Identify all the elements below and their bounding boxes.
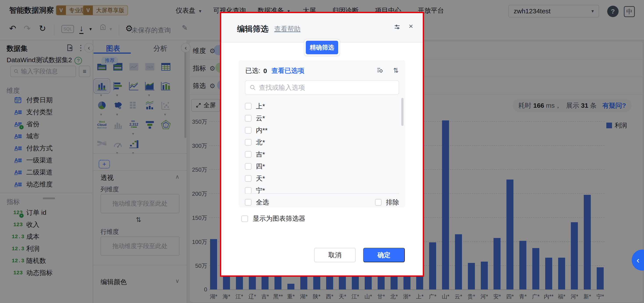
exact-filter-tab[interactable]: 精确筛选 <box>306 41 338 54</box>
option-search-input[interactable] <box>259 84 394 91</box>
option-checkbox[interactable] <box>245 103 252 109</box>
filter-option[interactable]: 云* <box>245 112 265 124</box>
filter-settings-icon[interactable] <box>394 23 401 32</box>
close-icon[interactable]: × <box>409 22 413 30</box>
modal-title: 编辑筛选 <box>237 24 268 34</box>
filter-option[interactable]: 吉* <box>245 148 265 160</box>
exclude-label: 排除 <box>386 198 399 207</box>
chevron-left-icon: ‹ <box>636 255 640 265</box>
filter-option[interactable]: 宁* <box>245 184 265 197</box>
filter-option[interactable]: 北* <box>245 136 265 148</box>
option-checkbox[interactable] <box>245 115 252 121</box>
filter-options-panel: 已选: 0 查看已选项 ⇅ 上*云*内**北*吉*四*天*宁* 全选 排除 <box>239 60 405 207</box>
cancel-button[interactable]: 取消 <box>314 248 356 262</box>
filter-option[interactable]: 内** <box>245 124 268 136</box>
exclude-checkbox[interactable] <box>375 199 382 206</box>
filter-option[interactable]: 上* <box>245 100 265 112</box>
help-link[interactable]: 查看帮助 <box>274 24 300 33</box>
search-icon <box>250 84 256 91</box>
option-checkbox[interactable] <box>245 139 252 146</box>
sort-icon[interactable]: ⇅ <box>393 66 399 75</box>
selected-count: 0 <box>263 67 267 75</box>
option-search[interactable] <box>245 80 399 95</box>
filter-option[interactable]: 四* <box>245 160 265 173</box>
option-checkbox[interactable] <box>245 187 252 194</box>
option-checkbox[interactable] <box>245 127 252 134</box>
option-checkbox[interactable] <box>245 163 252 170</box>
confirm-button[interactable]: 确定 <box>363 248 405 262</box>
selected-label: 已选: <box>245 66 260 75</box>
edit-filter-modal: 编辑筛选 查看帮助 × 精确筛选 已选: 0 查看已选项 ⇅ 上*云*内**北*… <box>220 12 424 277</box>
filter-option[interactable]: 天* <box>245 172 265 185</box>
select-all-label: 全选 <box>256 198 269 207</box>
option-checkbox[interactable] <box>245 175 252 182</box>
option-checkbox[interactable] <box>245 151 252 158</box>
display-settings-icon[interactable] <box>376 66 383 75</box>
options-scrollbar[interactable] <box>401 98 404 126</box>
chart-filter-label: 显示为图表筛选器 <box>253 214 305 223</box>
view-selected-link[interactable]: 查看已选项 <box>272 66 304 75</box>
chart-filter-checkbox[interactable] <box>242 215 248 222</box>
filter-mode-tabs: 精确筛选 <box>304 39 340 56</box>
modal-header: 编辑筛选 查看帮助 × <box>221 13 423 42</box>
select-all-checkbox[interactable] <box>245 199 252 206</box>
